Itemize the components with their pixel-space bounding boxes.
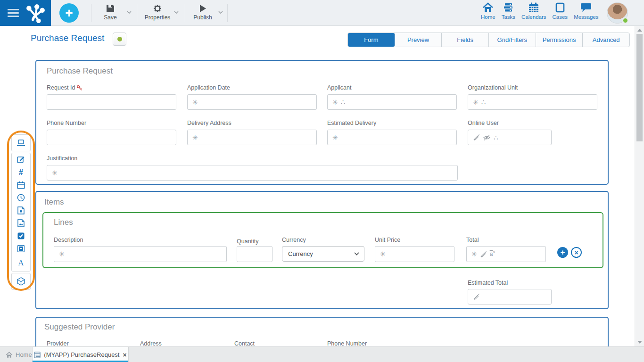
letter-a-icon: A xyxy=(18,258,24,268)
close-tab-icon[interactable]: × xyxy=(123,351,126,359)
bottom-home-tab[interactable]: Home xyxy=(6,347,32,362)
grid-title: Lines xyxy=(54,218,73,227)
tab-advanced[interactable]: Advanced xyxy=(582,33,629,47)
save-button[interactable]: Save xyxy=(96,4,125,21)
tasks-icon xyxy=(503,2,514,13)
properties-label: Properties xyxy=(145,14,171,21)
pencil-slash-icon xyxy=(473,293,480,300)
plus-icon: + xyxy=(65,6,73,21)
delivery-address-input[interactable]: ✳ xyxy=(187,130,317,145)
nav-calendars[interactable]: Calendars xyxy=(521,2,546,20)
tab-preview[interactable]: Preview xyxy=(395,33,442,47)
required-asterisk-icon: ✳ xyxy=(332,134,338,141)
phone-number-input[interactable] xyxy=(47,130,176,145)
delivery-address-label: Delivery Address xyxy=(187,120,231,126)
linked-nodes-icon: ∴ xyxy=(341,99,346,106)
form-status-button[interactable] xyxy=(113,33,126,46)
linked-nodes-icon: ∴ xyxy=(494,134,498,141)
calendar-small-icon xyxy=(17,181,25,189)
toolbar-separator xyxy=(91,4,91,22)
properties-gear-icon xyxy=(153,4,162,13)
vertical-scrollbar[interactable] xyxy=(635,26,644,346)
add-new-button[interactable]: + xyxy=(59,3,79,23)
justification-input[interactable]: ✳ xyxy=(47,165,458,181)
toolbox-image-tool[interactable] xyxy=(12,217,30,230)
scrollbar-thumb[interactable] xyxy=(636,34,643,141)
hamburger-menu-icon[interactable] xyxy=(8,9,19,17)
tab-fields[interactable]: Fields xyxy=(441,33,488,47)
delete-row-button[interactable]: × xyxy=(571,247,582,258)
description-input[interactable]: ✳ xyxy=(54,246,227,262)
save-label: Save xyxy=(104,14,116,21)
tab-permissions[interactable]: Permissions xyxy=(536,33,583,47)
required-asterisk-icon: ✳ xyxy=(471,251,477,257)
applicant-input[interactable]: ✳ ∴ xyxy=(327,94,457,110)
publish-dropdown-chevron-icon[interactable] xyxy=(218,10,223,14)
unit-price-input[interactable]: ✳ xyxy=(375,246,454,262)
quantity-input[interactable] xyxy=(237,246,272,262)
required-asterisk-icon: ✳ xyxy=(380,251,386,257)
toolbox-textbox-tool[interactable] xyxy=(12,153,30,166)
nav-calendars-label: Calendars xyxy=(521,14,546,20)
currency-select[interactable]: Currency xyxy=(282,246,364,262)
application-date-input[interactable]: ✳ xyxy=(187,94,317,110)
toolbox-object-tool[interactable] xyxy=(12,273,30,289)
total-input[interactable]: ✳ a× xyxy=(466,246,546,262)
image-file-icon xyxy=(17,219,25,227)
toolbox-number-tool[interactable]: # xyxy=(12,166,30,179)
required-asterisk-icon: ✳ xyxy=(52,170,58,176)
nav-home[interactable]: Home xyxy=(481,2,495,20)
messages-icon xyxy=(580,2,592,13)
description-label: Description xyxy=(54,237,83,243)
estimated-delivery-input[interactable]: ✳ xyxy=(327,130,457,145)
clock-icon xyxy=(17,194,25,202)
toolbar-separator xyxy=(185,4,185,22)
section-purchase-request: Purchase Request Request Id Application … xyxy=(35,60,609,185)
tab-grid-filters[interactable]: Grid/Filters xyxy=(488,33,536,47)
section-items: Items Lines Description ✳ Quantity Curre… xyxy=(35,191,609,309)
bottom-home-label: Home xyxy=(16,351,32,358)
provider-contact-label: Contact xyxy=(234,340,255,347)
online-user-input[interactable]: ∴ xyxy=(468,130,552,145)
org-unit-input[interactable]: ✳ ∴ xyxy=(468,94,597,110)
plus-icon: + xyxy=(561,248,565,257)
request-id-input[interactable] xyxy=(47,94,176,110)
toolbox-label-tool[interactable]: A xyxy=(12,255,30,271)
add-row-button[interactable]: + xyxy=(557,247,568,258)
publish-button[interactable]: Publish xyxy=(188,4,218,21)
online-status-dot xyxy=(622,17,628,24)
field-toolbox: # xyxy=(11,134,31,290)
calendar-icon xyxy=(528,2,539,13)
scroll-up-arrow-icon[interactable] xyxy=(637,29,642,32)
estimated-delivery-label: Estimated Delivery xyxy=(327,120,376,126)
nav-tasks[interactable]: Tasks xyxy=(502,2,515,20)
scroll-down-arrow-icon[interactable] xyxy=(637,341,642,344)
checkbox-icon xyxy=(17,232,25,239)
unit-price-label: Unit Price xyxy=(375,237,400,243)
cases-icon xyxy=(554,2,566,13)
tab-form[interactable]: Form xyxy=(348,33,395,47)
toolbox-time-tool[interactable] xyxy=(12,191,30,204)
form-list-icon xyxy=(34,352,41,358)
nav-tasks-label: Tasks xyxy=(502,14,515,20)
toolbox-date-tool[interactable] xyxy=(12,179,30,191)
user-avatar[interactable] xyxy=(607,2,628,24)
toolbox-screen-tool[interactable] xyxy=(12,135,30,151)
properties-dropdown-chevron-icon[interactable] xyxy=(173,10,179,14)
designer-tabs: Form Preview Fields Grid/Filters Permiss… xyxy=(347,33,630,47)
properties-button[interactable]: Properties xyxy=(140,4,175,21)
justification-label: Justification xyxy=(47,155,77,162)
currency-selected-value: Currency xyxy=(288,250,313,257)
nav-cases[interactable]: Cases xyxy=(553,2,568,20)
save-dropdown-chevron-icon[interactable] xyxy=(126,10,132,14)
open-form-tab[interactable]: (MYAPP) PurchaseRequest × xyxy=(32,347,129,362)
grid-lines: Lines Description ✳ Quantity Currency Cu… xyxy=(42,212,603,268)
toolbox-dropdown-tool[interactable] xyxy=(12,242,30,255)
toolbox-checkbox-tool[interactable] xyxy=(12,230,30,242)
edit-pencil-square-icon xyxy=(17,156,25,164)
page-title: Purchase Request xyxy=(31,33,104,43)
laptop-icon xyxy=(17,140,25,147)
estimated-total-input[interactable] xyxy=(468,289,552,304)
nav-messages[interactable]: Messages xyxy=(574,2,598,20)
toolbox-file-tool[interactable] xyxy=(12,204,30,217)
